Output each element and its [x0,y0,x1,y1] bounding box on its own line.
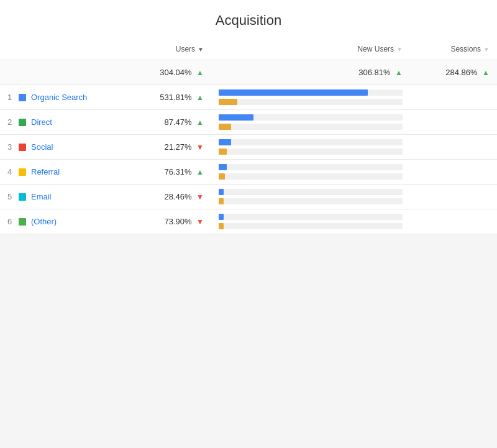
bar-track-1 [253,114,403,121]
col-header-sessions[interactable]: Sessions ▼ [410,39,497,60]
channel-color-dot [19,94,26,101]
table-row: 1 Organic Search 531.81% ▲ [0,85,497,110]
channel-color-dot [19,168,26,176]
trend-up-icon: ▲ [196,68,204,77]
bar-track-2 [237,99,403,105]
bar-orange [219,124,231,130]
sessions-cell [410,110,497,135]
newusers-bar-cell [211,135,410,160]
channel-name-cell: 3 Social [0,135,124,160]
summary-sessions-cell: 284.86% ▲ [410,60,497,85]
channel-number: 4 [7,167,14,176]
table-row: 6 (Other) 73.90% ▼ [0,209,497,234]
channel-link[interactable]: (Other) [31,217,57,226]
bar-track-2 [225,173,403,180]
trend-icon: ▼ [196,217,204,226]
sort-down-icon: ▼ [198,46,204,53]
bar-blue [219,189,224,195]
bar-blue [219,214,224,220]
channel-color-dot [19,218,26,226]
channel-link[interactable]: Direct [31,117,52,127]
sessions-cell [410,135,497,160]
trend-up-icon-3: ▲ [482,68,490,77]
bar-track-1 [224,189,403,195]
users-pct-cell: 87.47% ▲ [124,110,211,135]
users-pct-cell: 76.31% ▲ [124,160,211,185]
channel-number: 3 [7,142,14,152]
bar-orange [219,223,224,229]
bar-track-2 [227,149,403,155]
bar-orange [219,99,237,105]
trend-icon: ▲ [196,118,204,127]
users-pct-cell: 21.27% ▼ [124,135,211,160]
newusers-bar-cell [211,209,410,234]
sessions-cell [410,160,497,185]
col-header-name [0,39,124,60]
channel-number: 1 [7,93,14,102]
channel-color-dot [19,144,26,151]
col-header-users[interactable]: Users ▼ [124,39,211,60]
bar-orange [219,173,225,180]
table-row: 2 Direct 87.47% ▲ [0,110,497,135]
bar-track-1 [231,139,403,145]
trend-up-icon-2: ▲ [395,68,403,77]
trend-icon: ▼ [196,193,204,201]
bar-track-1 [368,89,403,96]
trend-icon: ▲ [196,168,204,176]
newusers-bar-cell [211,185,410,209]
users-pct-cell: 73.90% ▼ [124,209,211,234]
acquisition-table: Users ▼ New Users ▼ Sessions ▼ [0,39,497,234]
summary-newusers-cell: 306.81% ▲ [211,60,410,85]
col-header-newusers[interactable]: New Users ▼ [211,39,410,60]
table-row: 4 Referral 76.31% ▲ [0,160,497,185]
sort-neutral-icon-2: ▼ [483,46,490,53]
channel-link[interactable]: Email [31,192,52,201]
acquisition-table-container: Acquisition Users ▼ New Users ▼ [0,0,497,234]
newusers-bar-cell [211,160,410,185]
channel-link[interactable]: Organic Search [31,93,87,102]
table-header-row: Users ▼ New Users ▼ Sessions ▼ [0,39,497,60]
sessions-cell [410,209,497,234]
table-row: 5 Email 28.46% ▼ [0,185,497,209]
summary-users-cell: 304.04% ▲ [124,60,211,85]
channel-color-dot [19,119,26,126]
bar-track-2 [231,124,403,130]
bar-track-1 [227,164,403,170]
channel-name-cell: 4 Referral [0,160,124,185]
channel-number: 2 [7,117,14,127]
summary-name-cell [0,60,124,85]
bar-orange [219,198,224,204]
sort-neutral-icon: ▼ [396,46,403,53]
channel-number: 5 [7,192,14,201]
channel-name-cell: 2 Direct [0,110,124,135]
trend-icon: ▲ [196,93,204,102]
bar-blue [219,139,231,145]
channel-name-cell: 6 (Other) [0,209,124,234]
trend-icon: ▼ [196,143,204,152]
bar-blue [219,89,368,96]
users-pct-cell: 28.46% ▼ [124,185,211,209]
summary-row: 304.04% ▲ 306.81% ▲ 284.86% ▲ [0,60,497,85]
bar-blue [219,164,227,170]
users-pct-cell: 531.81% ▲ [124,85,211,110]
channel-name-cell: 5 Email [0,185,124,209]
newusers-bar-cell [211,85,410,110]
bar-track-2 [224,198,403,204]
page-title: Acquisition [0,6,497,39]
sessions-cell [410,85,497,110]
bar-track-1 [224,214,403,220]
channel-link[interactable]: Social [31,142,53,152]
channel-link[interactable]: Referral [31,167,60,176]
table-row: 3 Social 21.27% ▼ [0,135,497,160]
bar-orange [219,149,227,155]
sessions-cell [410,185,497,209]
channel-name-cell: 1 Organic Search [0,85,124,110]
bar-blue [219,114,253,121]
channel-number: 6 [7,217,14,226]
channel-color-dot [19,193,26,201]
newusers-bar-cell [211,110,410,135]
bar-track-2 [224,223,403,229]
